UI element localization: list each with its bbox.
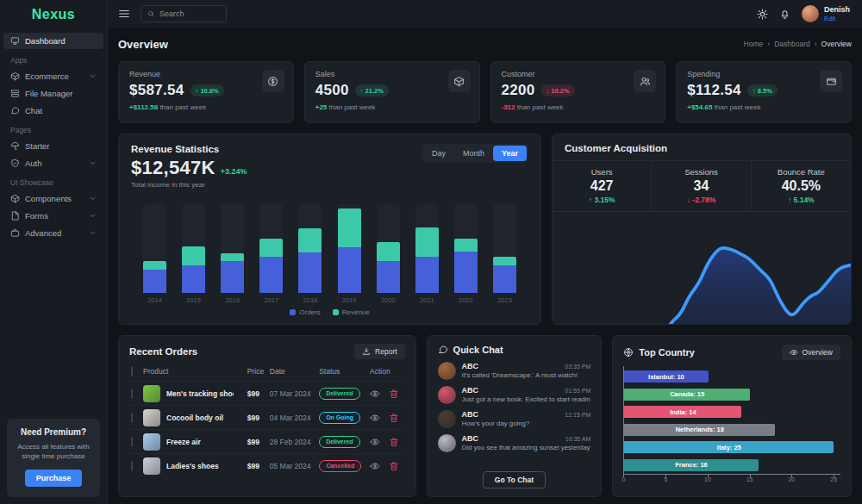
row-checkbox[interactable] [131, 461, 133, 471]
page-title: Overview [118, 38, 168, 51]
breadcrumb-home[interactable]: Home [744, 40, 764, 48]
country-bar-netherlands[interactable]: Netherlands: 18 [624, 424, 775, 436]
sidebar-item-starter[interactable]: Starter [3, 138, 103, 154]
content: Overview Home›Dashboard›Overview Revenue… [108, 28, 862, 504]
revenue-statistics-panel: Revenue Statistics $12,547K +3.24% Total… [118, 134, 541, 325]
delta-badge: ↑ 8.5% [747, 84, 778, 96]
product-thumbnail [143, 385, 160, 402]
view-order-icon[interactable] [370, 437, 380, 447]
breadcrumb-dashboard[interactable]: Dashboard [774, 40, 810, 48]
notifications-bell-icon[interactable] [779, 9, 790, 20]
file-manager-icon [10, 89, 20, 98]
chat-message[interactable]: ABC12:15 PM How's your day going? [438, 410, 591, 428]
sidebar-item-forms[interactable]: Forms [3, 208, 103, 224]
chat-message[interactable]: ABC03:35 PM It's called 'Dreamscape.' A … [438, 362, 591, 380]
tab-month[interactable]: Month [454, 146, 493, 161]
chevron-down-icon [89, 195, 97, 202]
sidebar-item-file-manager[interactable]: File Manager [3, 85, 103, 102]
legend-orders: Orders [290, 308, 320, 316]
row-checkbox[interactable] [131, 437, 133, 447]
revenue-bar-chart: 2014 2015 2016 2017 2018 2019 [131, 189, 528, 304]
nav-section-heading: Apps [0, 50, 107, 67]
breadcrumb-overview: Overview [821, 40, 852, 48]
bar-2021[interactable]: 2021 [415, 204, 439, 304]
hamburger-icon[interactable] [118, 8, 130, 20]
sidebar-nav: Dashboard Apps Ecommerce File Manager Ch… [0, 28, 107, 246]
go-to-chat-button[interactable]: Go To Chat [483, 471, 546, 488]
sidebar-item-chat[interactable]: Chat [3, 103, 103, 119]
purchase-button[interactable]: Purchase [25, 470, 83, 487]
tab-day[interactable]: Day [423, 146, 454, 161]
avatar [438, 434, 456, 452]
avatar [438, 386, 456, 404]
customer-acquisition-panel: Customer Acquisition Users 427 ↑ 3.15% S… [552, 134, 852, 325]
search-box[interactable] [141, 5, 227, 22]
user-menu[interactable]: Denish Edit [802, 5, 850, 22]
user-name: Denish [824, 5, 850, 15]
row-checkbox[interactable] [131, 413, 133, 423]
chat-message[interactable]: ABC10:35 AM Did you see that amazing sun… [438, 434, 591, 452]
product-thumbnail [143, 457, 160, 475]
country-bar-india[interactable]: India: 14 [624, 406, 741, 418]
quick-chat-panel: Quick Chat ABC03:35 PM It's called 'Drea… [427, 335, 603, 497]
bar-2023[interactable]: 2023 [493, 204, 516, 304]
revenue-legend: OrdersRevenue [131, 304, 528, 317]
advanced-icon [10, 228, 20, 238]
bar-2022[interactable]: 2022 [454, 204, 478, 304]
quick-chat-title: Quick Chat [453, 345, 503, 355]
ecommerce-icon [10, 72, 20, 81]
view-order-icon[interactable] [370, 461, 380, 471]
report-button[interactable]: Report [354, 344, 405, 359]
search-input[interactable] [159, 9, 220, 18]
delete-order-icon[interactable] [389, 389, 399, 399]
sidebar-item-dashboard[interactable]: Dashboard [3, 33, 103, 49]
theme-toggle-sun-icon[interactable] [757, 9, 768, 20]
delete-order-icon[interactable] [389, 437, 399, 447]
select-all-checkbox[interactable] [131, 366, 133, 376]
avatar [438, 410, 456, 428]
country-bar-istanbul[interactable]: Istanbul: 10 [624, 370, 708, 383]
breadcrumb: Home›Dashboard›Overview [744, 40, 852, 48]
recent-orders-panel: Recent Orders Report ProductPriceDateSta… [118, 335, 416, 497]
row-checkbox[interactable] [131, 389, 133, 399]
column-date: Date [268, 364, 317, 382]
bar-2017[interactable]: 2017 [259, 204, 283, 304]
bar-2015[interactable]: 2015 [182, 204, 205, 304]
bar-2019[interactable]: 2019 [338, 204, 361, 304]
bar-2014[interactable]: 2014 [143, 204, 166, 304]
premium-card: Need Premium? Access all features with s… [7, 419, 100, 497]
status-badge: Delivered [319, 388, 360, 400]
chat-message[interactable]: ABC01:55 PM Just got a new book. Excited… [438, 386, 591, 404]
product-thumbnail [143, 409, 160, 426]
view-order-icon[interactable] [370, 413, 380, 423]
user-edit-link[interactable]: Edit [824, 15, 850, 22]
sidebar-item-advanced[interactable]: Advanced [3, 225, 103, 241]
view-order-icon[interactable] [370, 389, 380, 399]
stat-card-customer: Customer 2200 ↓ 10.2% -312 than past wee… [490, 61, 666, 123]
wallet-icon [820, 70, 842, 92]
product-thumbnail [143, 433, 160, 451]
revenue-total: $12,547K [131, 157, 216, 179]
bar-2020[interactable]: 2020 [377, 204, 400, 304]
search-icon [147, 9, 154, 18]
users-icon [634, 70, 656, 92]
sidebar-item-ecommerce[interactable]: Ecommerce [3, 68, 103, 84]
tab-year[interactable]: Year [493, 146, 527, 161]
delete-order-icon[interactable] [389, 413, 399, 423]
country-bar-france[interactable]: France: 16 [624, 459, 758, 471]
chevron-down-icon [89, 159, 97, 167]
top-country-title: Top Country [639, 347, 695, 358]
avatar [438, 362, 456, 380]
country-bar-italy[interactable]: Italy: 25 [624, 441, 834, 453]
delete-order-icon[interactable] [389, 461, 399, 471]
legend-revenue: Revenue [333, 308, 370, 316]
sidebar-item-components[interactable]: Components [3, 190, 103, 207]
delta-badge: ↓ 10.2% [541, 84, 575, 96]
country-overview-button[interactable]: Overview [782, 345, 840, 360]
bar-2018[interactable]: 2018 [298, 204, 322, 304]
sidebar-item-auth[interactable]: Auth [3, 155, 103, 171]
chevron-down-icon [89, 212, 97, 220]
globe-icon [623, 347, 634, 358]
bar-2016[interactable]: 2016 [221, 204, 244, 304]
country-bar-canada[interactable]: Canada: 15 [624, 389, 750, 401]
